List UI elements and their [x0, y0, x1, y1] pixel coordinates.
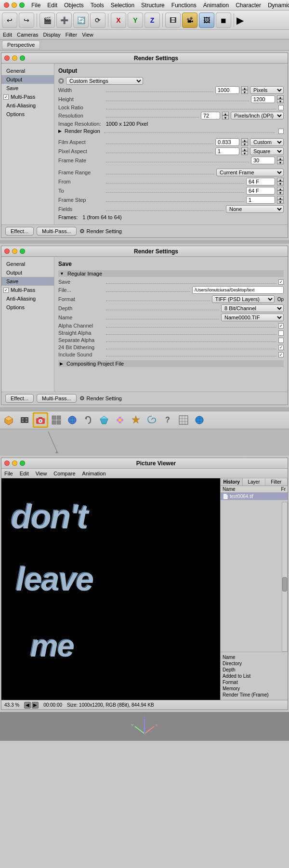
to-down[interactable]: ▼ — [277, 191, 284, 195]
menu-structure[interactable]: Structure — [141, 2, 165, 9]
from-down[interactable]: ▼ — [277, 182, 284, 185]
from-input[interactable] — [246, 178, 275, 185]
sidebar-options-1[interactable]: Options — [1, 110, 54, 118]
sidebar-output-1[interactable]: Output — [1, 75, 54, 84]
film-aspect-input[interactable] — [215, 138, 239, 146]
pv-minimize[interactable] — [12, 460, 17, 466]
alpha-channel-checkbox[interactable]: ✓ — [278, 323, 284, 329]
sub-view[interactable]: View — [82, 32, 93, 38]
height-down[interactable]: ▼ — [277, 99, 284, 103]
undo-arrow-icon-btn[interactable] — [80, 412, 96, 428]
add-btn[interactable]: ➕ — [56, 13, 72, 28]
frame-rate-stepper[interactable]: ▲ ▼ — [277, 157, 284, 164]
film-up[interactable]: ▲ — [241, 138, 248, 142]
effect-button-1[interactable]: Effect... — [5, 227, 34, 236]
x-btn[interactable]: X — [111, 13, 126, 28]
sub-filter[interactable]: Filter — [66, 32, 77, 38]
panel2-minimize[interactable] — [12, 249, 17, 254]
pixel-aspect-input[interactable] — [215, 147, 239, 155]
width-input[interactable] — [215, 86, 239, 94]
framestep-up[interactable]: ▲ — [277, 196, 284, 200]
framerate-down[interactable]: ▼ — [277, 160, 284, 164]
menu-objects[interactable]: Objects — [64, 2, 84, 9]
width-stepper[interactable]: ▲ ▼ — [241, 86, 248, 94]
sidebar-save-2[interactable]: Save — [1, 277, 54, 286]
picture-viewer-btn[interactable]: 🖼 — [199, 13, 214, 28]
gem-icon-btn[interactable] — [96, 412, 112, 428]
panel1-minimize[interactable] — [12, 55, 17, 61]
format-select[interactable]: TIFF (PSD Layers) — [212, 295, 275, 303]
depth-select[interactable]: 8 Bit/Channel — [221, 304, 284, 312]
sub-cameras[interactable]: Cameras — [17, 32, 39, 38]
separate-alpha-checkbox[interactable] — [278, 338, 284, 343]
resolution-input[interactable] — [201, 112, 220, 119]
custom-settings-select[interactable]: Custom Settings — [66, 77, 143, 85]
pixel-up[interactable]: ▲ — [241, 147, 248, 151]
pv-maximize[interactable] — [20, 460, 25, 466]
pv-scrollthumb[interactable] — [282, 577, 287, 592]
arrow-right-btn[interactable]: ▶ — [236, 14, 244, 26]
resolution-stepper[interactable]: ▲ ▼ — [222, 112, 229, 119]
file-input[interactable] — [192, 286, 284, 294]
pixel-aspect-stepper[interactable]: ▲ ▼ — [241, 147, 248, 155]
frame-range-select[interactable]: Current Frame — [216, 169, 284, 176]
lock-ratio-checkbox[interactable] — [278, 105, 284, 110]
to-input[interactable] — [246, 187, 275, 195]
menu-functions[interactable]: Functions — [171, 2, 197, 9]
menu-animation[interactable]: Animation — [203, 2, 229, 9]
redo-btn[interactable]: ↪ — [19, 13, 34, 28]
camera-btn[interactable]: 📽 — [182, 13, 197, 28]
cube-icon-btn[interactable] — [1, 412, 16, 428]
pixel-down[interactable]: ▼ — [241, 151, 248, 155]
res-up[interactable]: ▲ — [222, 112, 229, 116]
viewport-tab[interactable]: Perspective — [2, 40, 40, 49]
effect-button-2[interactable]: Effect... — [5, 394, 34, 403]
pv-history-row[interactable]: 📄 text0064.tif — [221, 493, 288, 500]
pv-close[interactable] — [4, 460, 10, 466]
height-input[interactable] — [251, 95, 275, 103]
menu-edit[interactable]: Edit — [47, 2, 57, 9]
pixel-aspect-type-select[interactable]: Square — [250, 147, 284, 155]
sidebar-general-1[interactable]: General — [1, 66, 54, 75]
minimize-button[interactable] — [12, 2, 17, 8]
height-up[interactable]: ▲ — [277, 95, 284, 99]
sub-edit[interactable]: Edit — [3, 32, 12, 38]
flower-icon-btn[interactable] — [112, 412, 128, 428]
sidebar-multipass-2[interactable]: ✓ Multi-Pass — [1, 286, 54, 294]
pv-tab-layer[interactable]: Layer — [243, 478, 265, 486]
menu-dynamics[interactable]: Dynamics — [268, 2, 289, 9]
panel2-maximize[interactable] — [20, 249, 25, 254]
menu-tools[interactable]: Tools — [91, 2, 104, 9]
pv-scrollbar[interactable] — [282, 502, 288, 652]
camera-render-icon-btn[interactable] — [33, 412, 48, 428]
y-btn[interactable]: Y — [128, 13, 143, 28]
pv-menu-compare[interactable]: Compare — [53, 471, 75, 476]
z-btn[interactable]: Z — [144, 13, 160, 28]
save-checkbox[interactable]: ✓ — [278, 279, 284, 285]
pv-menu-view[interactable]: View — [36, 471, 47, 476]
sidebar-general-2[interactable]: General — [1, 260, 54, 268]
sub-display[interactable]: Display — [43, 32, 61, 38]
multipass-button-2[interactable]: Multi-Pass... — [37, 394, 77, 403]
from-stepper[interactable]: ▲ ▼ — [277, 178, 284, 185]
render-btn[interactable]: 🎬 — [39, 13, 55, 28]
panel1-close[interactable] — [4, 55, 10, 61]
spiral-icon-btn[interactable] — [144, 412, 159, 428]
undo-btn[interactable]: ↩ — [2, 13, 17, 28]
multipass-button-1[interactable]: Multi-Pass... — [37, 227, 77, 236]
anim-btn[interactable]: 🎞 — [165, 13, 181, 28]
fields-select[interactable]: None — [226, 205, 284, 213]
frame-step-input[interactable] — [246, 196, 275, 204]
pv-menu-animation[interactable]: Animation — [82, 471, 106, 476]
sidebar-output-2[interactable]: Output — [1, 268, 54, 277]
pv-tab-filter[interactable]: Filter — [265, 478, 288, 486]
sidebar-antialiasing-2[interactable]: Anti-Aliasing — [1, 294, 54, 303]
film-aspect-stepper[interactable]: ▲ ▼ — [241, 138, 248, 146]
straight-alpha-checkbox[interactable] — [278, 330, 284, 336]
pv-tab-history[interactable]: History — [221, 478, 243, 486]
width-up[interactable]: ▲ — [241, 86, 248, 90]
frame-step-stepper[interactable]: ▲ ▼ — [277, 196, 284, 204]
width-unit-select[interactable]: Pixels — [250, 86, 284, 94]
name-select[interactable]: Name0000.TIF — [221, 314, 284, 321]
frame-rate-input[interactable] — [251, 157, 275, 164]
